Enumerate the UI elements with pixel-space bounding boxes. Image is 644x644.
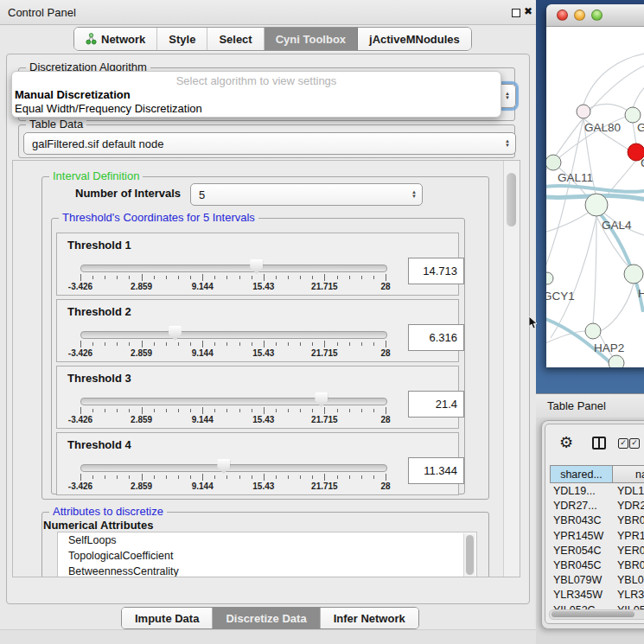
gear-icon[interactable]: ⚙ [559, 433, 573, 451]
slider-ticks [80, 274, 386, 282]
tab-label: Select [219, 33, 252, 46]
table-row[interactable]: YLR345WYLR34 [550, 589, 644, 603]
number-of-intervals-value: 5 [199, 188, 205, 201]
float-icon[interactable] [512, 9, 520, 17]
table-data-select[interactable]: galFiltered.sif default node ▲▼ [23, 132, 516, 155]
tab-network[interactable]: Network [74, 28, 157, 50]
table-row[interactable]: YBL079WYBL07 [550, 574, 644, 589]
checkbox-icon[interactable]: ✓ [629, 438, 640, 449]
attributes-scrollbar[interactable] [463, 533, 475, 577]
algorithm-option-equal-width-frequency-discretization[interactable]: Equal Width/Frequency Discretization [15, 102, 202, 115]
network-node-label: GAL11 [558, 171, 593, 184]
tab-infer-network[interactable]: Infer Network [321, 608, 418, 628]
attributes-group-title: Attributes to discretize [49, 505, 167, 518]
tab-discretize-data[interactable]: Discretize Data [213, 608, 320, 628]
column-header-name[interactable]: na [612, 465, 644, 483]
network-node[interactable] [609, 355, 624, 367]
table-row[interactable]: YPR145WYPR14 [550, 530, 644, 545]
tab-cyni-toolbox[interactable]: Cyni Toolbox [265, 28, 358, 50]
spinner-arrows-icon: ▲▼ [505, 92, 510, 100]
table-row[interactable]: YBR045CYBR04 [550, 559, 644, 574]
table-window: ⚙ ✓ ✓ shared... na YDL19...YDL19YDR27...… [545, 424, 644, 624]
slider-tick-labels: -3.4262.8599.14415.4321.71528 [80, 348, 386, 358]
table-row[interactable]: YDR27...YDR27 [550, 500, 644, 514]
network-node-label: GA [637, 121, 644, 134]
threshold-label: Threshold 2 [67, 305, 131, 318]
checkbox-icon[interactable]: ✓ [618, 438, 628, 449]
threshold-slider-track[interactable] [80, 331, 387, 339]
tab-select[interactable]: Select [207, 28, 264, 50]
network-node-gal4[interactable] [585, 194, 608, 216]
threshold-label: Threshold 1 [67, 239, 131, 252]
network-canvas[interactable]: GAL80GACGAL11GAL4HGCY1HAP2 [546, 27, 644, 367]
threshold-value-field[interactable]: 14.713 [408, 258, 464, 284]
attribute-item-topologicalcoefficient[interactable]: TopologicalCoefficient [58, 548, 476, 564]
close-icon[interactable]: ✖ [524, 5, 532, 17]
algorithm-option-manual-discretization[interactable]: Manual Discretization [15, 88, 131, 101]
tab-jactivemnodules[interactable]: jActiveMNodules [358, 28, 471, 50]
tab-style[interactable]: Style [157, 28, 207, 50]
cell-name: YER05 [617, 545, 644, 557]
threshold-slider-track[interactable] [80, 265, 387, 272]
network-window-titlebar [546, 4, 644, 27]
threshold-value-field[interactable]: 6.316 [408, 324, 464, 351]
threshold-value-field[interactable]: 21.4 [408, 391, 464, 418]
threshold-slider-track[interactable] [80, 398, 387, 405]
threshold-2-box: Threshold 2-3.4262.8599.14415.4321.71528… [56, 299, 459, 362]
cell-name: YDL19 [617, 485, 644, 497]
network-node-hap2[interactable] [585, 323, 601, 339]
network-node-label: GAL4 [602, 219, 632, 232]
network-node-h[interactable] [624, 265, 643, 284]
table-hscrollbar[interactable] [549, 609, 644, 620]
close-light-red-icon[interactable] [557, 10, 568, 21]
network-edge[interactable] [633, 83, 644, 108]
threshold-value-field[interactable]: 11.344 [408, 457, 464, 484]
attribute-item-selfloops[interactable]: SelfLoops [58, 532, 476, 548]
network-node-gal11[interactable] [546, 155, 561, 170]
control-panel-titlebar: Control Panel ✖ [0, 0, 536, 25]
threshold-label: Threshold 4 [67, 438, 131, 451]
network-edge[interactable] [633, 123, 636, 144]
cell-shared-name: YPR145W [553, 530, 603, 542]
cell-name: YDR27 [617, 500, 644, 512]
threshold-1-box: Threshold 1-3.4262.8599.14415.4321.71528… [56, 233, 459, 296]
column-header-shared[interactable]: shared... [550, 465, 613, 483]
mouse-cursor [529, 316, 539, 329]
settings-scrollbar-thumb[interactable] [507, 173, 516, 226]
tab-label: Cyni Toolbox [276, 33, 346, 46]
network-edge[interactable] [583, 53, 644, 105]
attributes-scrollbar-thumb[interactable] [466, 535, 474, 575]
cell-shared-name: YER054C [553, 545, 602, 557]
cell-shared-name: YLR345W [553, 589, 603, 601]
tab-impute-data[interactable]: Impute Data [122, 608, 213, 628]
table-row[interactable]: YBR043CYBR04 [550, 514, 644, 529]
cell-shared-name: YBL079W [553, 574, 602, 586]
attribute-item-betweennesscentrality[interactable]: BetweennessCentrality [58, 564, 476, 577]
table-row[interactable]: YDL19...YDL19 [550, 485, 644, 500]
network-node-label: H [638, 287, 644, 300]
interval-definition-group-title: Interval Definition [49, 169, 143, 182]
network-edge[interactable] [600, 284, 634, 331]
settings-scrollbar[interactable] [503, 161, 520, 577]
table-hscrollbar-thumb[interactable] [552, 611, 634, 617]
cell-name: YLR34 [617, 589, 644, 601]
table-row[interactable]: YER054CYER05 [550, 545, 644, 559]
tab-label: Network [101, 33, 145, 46]
cyni-toolbox-panel: Discretization Algorithm ▲▼ Table Data g… [6, 54, 530, 604]
minimize-light-yellow-icon[interactable] [574, 10, 585, 21]
zoom-light-green-icon[interactable] [591, 10, 603, 21]
cell-name: YBL07 [617, 574, 644, 586]
threshold-4-box: Threshold 4-3.4262.8599.14415.4321.71528… [56, 432, 459, 495]
threshold-slider-track[interactable] [80, 464, 387, 472]
network-edge[interactable] [593, 216, 596, 324]
slider-tick-labels: -3.4262.8599.14415.4321.71528 [80, 481, 386, 491]
numerical-attributes-list[interactable]: SelfLoopsTopologicalCoefficientBetweenne… [57, 532, 477, 577]
columns-icon[interactable] [592, 437, 606, 450]
network-node-gal80[interactable] [577, 105, 590, 118]
cell-shared-name: YBR043C [553, 514, 602, 526]
number-of-intervals-select[interactable]: 5 ▲▼ [190, 183, 423, 206]
network-edge[interactable] [551, 216, 596, 338]
network-edge[interactable] [546, 212, 590, 234]
network-node-gcy1[interactable] [546, 272, 553, 284]
table-data-group: Table Data galFiltered.sif default node … [18, 124, 515, 158]
